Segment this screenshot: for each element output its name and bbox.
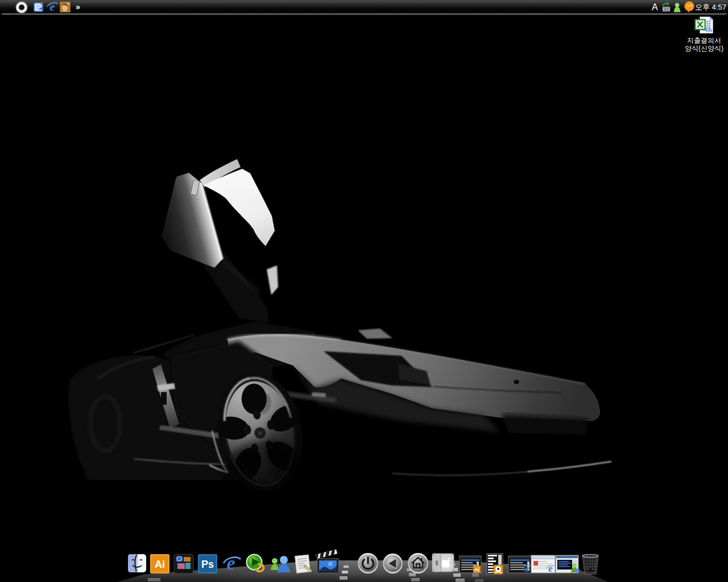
svg-text:A: A: [652, 2, 658, 12]
svg-text:오후 4:57: 오후 4:57: [695, 3, 726, 11]
svg-text:»: »: [76, 2, 80, 11]
svg-text:e: e: [49, 0, 55, 14]
